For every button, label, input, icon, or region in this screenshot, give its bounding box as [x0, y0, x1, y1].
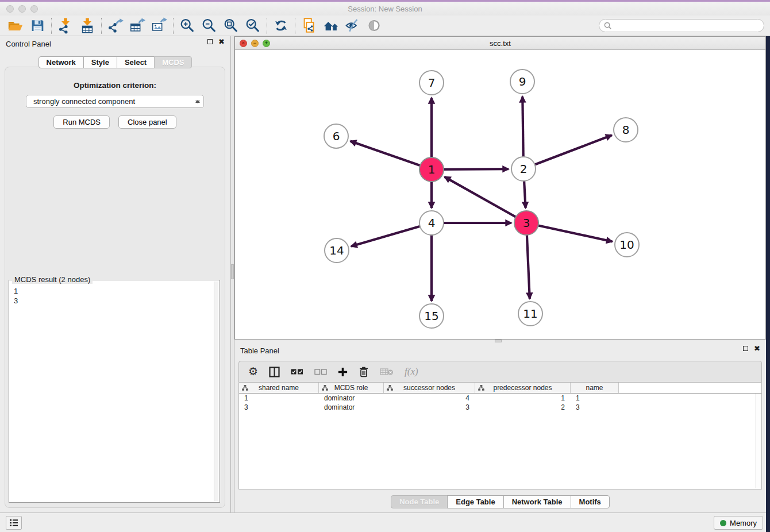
hide-selected-button[interactable] [342, 17, 364, 35]
mcds-result-box: MCDS result (2 nodes) 1 3 [9, 280, 220, 503]
table-cell[interactable]: dominator [319, 394, 384, 402]
memory-label: Memory [730, 519, 757, 527]
float-panel-icon[interactable] [207, 39, 213, 44]
table-cell[interactable]: dominator [319, 403, 384, 411]
save-icon [29, 17, 46, 34]
zoom-out-button[interactable] [198, 17, 220, 35]
column-header-predecessor-nodes[interactable]: predecessor nodes [475, 383, 571, 393]
table-cell[interactable]: 3 [384, 403, 475, 411]
close-panel-icon[interactable]: ✖ [218, 39, 225, 44]
column-header-shared-name[interactable]: shared name [239, 383, 319, 393]
add-column-button[interactable] [338, 363, 348, 380]
table-cell[interactable]: 1 [239, 394, 319, 402]
open-file-button[interactable] [5, 17, 26, 35]
node-3[interactable]: 3 [514, 211, 538, 235]
edge-3-1[interactable] [445, 177, 526, 223]
network-graph[interactable]: 1234678910111415 [235, 50, 765, 339]
export-image-button[interactable] [148, 17, 170, 35]
table-cell[interactable]: 3 [571, 403, 619, 411]
svg-text:8: 8 [622, 123, 630, 137]
table-cell[interactable]: 2 [475, 403, 571, 411]
network-canvas[interactable]: 1234678910111415 [235, 50, 765, 339]
column-header-name[interactable]: name [571, 383, 619, 393]
table-options-button[interactable]: ⚙ [248, 363, 258, 380]
node-2[interactable]: 2 [511, 157, 536, 181]
edge-1-6[interactable] [351, 141, 432, 169]
node-6[interactable]: 6 [324, 124, 348, 148]
clone-network-button[interactable] [298, 17, 320, 35]
hierarchy-icon [387, 385, 393, 391]
export-network-button[interactable] [105, 17, 126, 35]
tab-network-table[interactable]: Network Table [503, 495, 571, 508]
apply-layout-button[interactable] [270, 17, 292, 35]
trash-icon [359, 366, 369, 377]
zoom-fit-button[interactable] [220, 17, 242, 35]
delete-column-button[interactable] [359, 363, 369, 380]
zoom-selected-button[interactable] [242, 17, 264, 35]
node-14[interactable]: 14 [325, 238, 349, 263]
select-all-columns-button[interactable] [291, 363, 303, 380]
svg-text:9: 9 [519, 75, 526, 88]
close-panel-icon[interactable]: ✖ [754, 346, 760, 351]
table-cell[interactable]: 4 [384, 394, 475, 402]
svg-text:15: 15 [424, 309, 438, 323]
result-scrollbar[interactable] [214, 282, 218, 501]
memory-button[interactable]: Memory [714, 516, 763, 530]
node-7[interactable]: 7 [419, 71, 444, 95]
import-table-button[interactable] [76, 17, 98, 35]
tab-node-table[interactable]: Node Table [391, 495, 448, 508]
import-network-button[interactable] [55, 17, 76, 35]
export-table-button[interactable] [126, 17, 148, 35]
table-tabs: Node TableEdge TableNetwork TableMotifs [234, 495, 766, 508]
column-header-successor-nodes[interactable]: successor nodes [384, 383, 475, 393]
tab-mcds[interactable]: MCDS [154, 56, 192, 68]
edge-2-8[interactable] [523, 135, 612, 169]
zoom-in-button[interactable] [176, 17, 198, 35]
edge-3-10[interactable] [526, 223, 613, 242]
column-header-MCDS-role[interactable]: MCDS role [319, 383, 384, 393]
optimization-criterion-select[interactable]: strongly connected component [26, 95, 204, 108]
node-11[interactable]: 11 [518, 302, 542, 326]
node-1[interactable]: 1 [419, 157, 444, 182]
column-browser-button[interactable] [269, 363, 280, 380]
close-panel-button[interactable]: Close panel [118, 115, 176, 129]
tab-select[interactable]: Select [117, 56, 155, 68]
node-15[interactable]: 15 [419, 304, 444, 328]
node-9[interactable]: 9 [510, 70, 534, 94]
refresh-icon [272, 17, 290, 34]
status-bar: Memory [0, 512, 770, 532]
tab-network[interactable]: Network [38, 56, 84, 68]
eye-slash-icon [344, 17, 361, 34]
table-cell[interactable]: 3 [239, 403, 319, 411]
toolbar-separator [295, 18, 295, 34]
show-all-button [364, 17, 386, 35]
table-row[interactable]: 3dominator323 [239, 403, 761, 412]
table-cell[interactable]: 1 [475, 394, 571, 402]
table-row[interactable]: 1dominator411 [239, 394, 761, 403]
save-session-button[interactable] [26, 17, 48, 35]
node-10[interactable]: 10 [615, 233, 639, 257]
splitter-handle[interactable] [495, 340, 502, 342]
tab-motifs[interactable]: Motifs [571, 495, 610, 508]
splitter-handle[interactable] [231, 264, 234, 279]
table-toolbar: ⚙ [238, 361, 762, 383]
table-scrollbar[interactable] [756, 394, 761, 488]
home-button[interactable] [320, 17, 342, 35]
network-window-titlebar[interactable]: scc.txt [235, 37, 765, 50]
tab-style[interactable]: Style [83, 56, 117, 68]
main-toolbar [0, 16, 770, 36]
task-history-button[interactable] [6, 516, 22, 530]
gear-icon: ⚙ [248, 366, 258, 377]
deselect-all-columns-button[interactable] [314, 363, 327, 380]
search-box[interactable] [599, 19, 764, 32]
float-panel-icon[interactable] [743, 346, 748, 351]
vertical-splitter[interactable] [230, 36, 234, 512]
export-image-icon [151, 17, 168, 34]
node-4[interactable]: 4 [419, 211, 444, 235]
list-icon [9, 519, 18, 527]
node-8[interactable]: 8 [614, 118, 638, 142]
table-cell[interactable]: 1 [571, 394, 619, 402]
search-input[interactable] [614, 21, 759, 30]
tab-edge-table[interactable]: Edge Table [447, 495, 503, 508]
run-mcds-button[interactable]: Run MCDS [53, 115, 110, 129]
